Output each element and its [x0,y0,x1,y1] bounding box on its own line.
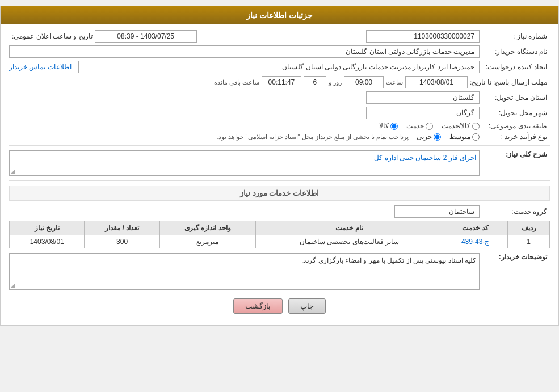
توضیحات-container: کلیه اسناد پیوستی پس از تکمیل با مهر و ا… [9,253,480,290]
announce-value: 1403/07/25 - 08:39 [95,30,197,43]
cell-date: 1403/08/01 [10,235,85,248]
radio-kala-khedmat-label: کالا/خدمت [442,122,470,130]
khadamat-section-title: اطلاعات خدمات مورد نیاز [9,186,550,201]
col-date: تاریخ نیاز [10,221,85,235]
roz-value: 6 [304,76,326,88]
farayand-radio-group: متوسط جزیی [417,133,480,141]
col-unit: واحد اندازه گیری [159,221,256,235]
radio-khedmat-input[interactable] [426,123,433,130]
table-row: 1ج-43-439سایر فعالیت‌های تخصصی ساختمانمت… [10,235,550,248]
table-header-row: ردیف کد خدمت نام خدمت واحد اندازه گیری ت… [10,221,550,235]
sharh-section-label: شرح کلی نیاز: [482,150,550,158]
saat-value: 09:00 [344,76,384,88]
separator-2 [9,180,550,181]
sharh-value: اجرای فاز 2 ساختمان جنبی اداره کل [374,154,476,162]
radio-jozi: جزیی [417,133,441,141]
remaining-value: 00:11:47 [262,76,301,88]
radio-kala-label: کالا [379,122,389,130]
farayand-label: نوع فرآیند خرید : [482,133,550,141]
announce-label: تاریخ و ساعت اعلان عمومی: [9,32,93,40]
col-name: نام خدمت [256,221,443,235]
radio-kala: کالا [379,122,398,130]
sharh-container: اجرای فاز 2 ساختمان جنبی اداره کل ◢ [9,150,480,176]
row-dastgah: نام دستگاه خریدار: مدیریت خدمات بازرگانی… [9,45,550,58]
page-title: جزئیات اطلاعات نیاز [246,11,313,20]
print-button[interactable]: چاپ [288,298,326,314]
shahr-label: شهر محل تحویل: [482,109,550,117]
radio-motevasset-label: متوسط [449,133,470,141]
content-area: شماره نیاز : 1103000330000027 1403/07/25… [1,24,558,325]
row-tabaqe: طبقه بندی موضوعی: کالا/خدمت خدمت کالا [9,122,550,130]
shomara-value: 1103000330000027 [366,30,480,43]
grooh-label: گروه خدمت: [482,208,550,216]
cell-name: سایر فعالیت‌های تخصصی ساختمان [256,235,443,248]
button-row: چاپ بازگشت [9,298,550,314]
cell-quantity: 300 [85,235,159,248]
dastgah-value: مدیریت خدمات بازرگانی دولتی استان گلستان [9,45,480,58]
ostan-value: گلستان [366,91,480,104]
radio-khedmat-label: خدمت [406,122,424,130]
mohlat-label: مهلت ارسال پاسخ: تا تاریخ: [470,78,550,86]
row-ijad: ایجاد کننده درخواست: حمیدرضا ایزد کاربرد… [9,61,550,73]
radio-kala-khedmat: کالا/خدمت [442,122,480,130]
contact-link[interactable]: اطلاعات تماس خریدار [9,63,72,71]
page-header: جزئیات اطلاعات نیاز [1,6,558,24]
resize-handle-2: ◢ [11,282,15,288]
shomara-label: شماره نیاز : [482,32,550,40]
col-code: کد خدمت [443,221,508,235]
row-mohlat: مهلت ارسال پاسخ: تا تاریخ: 1403/08/01 سا… [9,76,550,88]
row-توضیحات: توضیحات خریدار: کلیه اسناد پیوستی پس از … [9,253,550,290]
back-button[interactable]: بازگشت [233,298,283,314]
radio-kala-input[interactable] [390,123,398,130]
radio-motevasset: متوسط [449,133,480,141]
توضیحات-label: توضیحات خریدار: [482,253,550,261]
row-shahr: شهر محل تحویل: گرگان [9,107,550,119]
tabaqe-label: طبقه بندی موضوعی: [482,122,550,130]
cell-unit: مترمربع [159,235,256,248]
ijad-value: حمیدرضا ایزد کاربردار مدیریت خدمات بازرگ… [78,61,480,73]
row-farayand: نوع فرآیند خرید : متوسط جزیی پرداخت تمام… [9,133,550,141]
saat-label: ساعت [386,79,403,86]
col-quantity: تعداد / مقدار [85,221,159,235]
resize-handle: ◢ [11,168,15,174]
توضیحات-box: کلیه اسناد پیوستی پس از تکمیل با مهر و ا… [9,253,480,290]
separator-1 [9,145,550,146]
remaining-label: ساعت باقی مانده [214,79,259,86]
farayand-description: پرداخت تمام یا بخشی از مبلغ خریداز محل "… [216,133,409,141]
row-grooh: گروه خدمت: ساختمان [9,205,550,218]
row-sharh: شرح کلی نیاز: اجرای فاز 2 ساختمان جنبی ا… [9,150,550,176]
services-table: ردیف کد خدمت نام خدمت واحد اندازه گیری ت… [9,221,550,248]
row-ostan: استان محل تحویل: گلستان [9,91,550,104]
roz-label: روز و [329,79,342,86]
page-container: جزئیات اطلاعات نیاز شماره نیاز : 1103000… [0,6,559,326]
mohlat-date: 1403/08/01 [405,76,468,88]
row-shomara: شماره نیاز : 1103000330000027 1403/07/25… [9,30,550,43]
cell-code[interactable]: ج-43-439 [443,235,508,248]
cell-radif: 1 [508,235,550,248]
توضیحات-value: کلیه اسناد پیوستی پس از تکمیل با مهر و ا… [301,256,476,264]
radio-jozi-input[interactable] [434,133,441,141]
radio-motevasset-input[interactable] [472,133,480,141]
ijad-label: ایجاد کننده درخواست: [482,63,550,71]
ostan-label: استان محل تحویل: [482,94,550,102]
col-radif: ردیف [508,221,550,235]
radio-jozi-label: جزیی [417,133,432,141]
shahr-value: گرگان [366,107,480,119]
grooh-value: ساختمان [394,205,480,218]
dastgah-label: نام دستگاه خریدار: [482,48,550,56]
tabaqe-radio-group: کالا/خدمت خدمت کالا [379,122,480,130]
radio-kala-khedmat-input[interactable] [472,123,480,130]
radio-khedmat: خدمت [406,122,433,130]
